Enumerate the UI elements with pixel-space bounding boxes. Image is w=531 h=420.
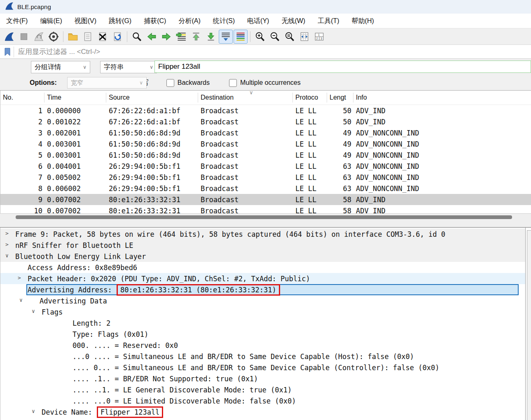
detail-tree-row[interactable]: ∨Device Name: Flipper 123all xyxy=(0,406,525,418)
find-packet-icon[interactable] xyxy=(130,30,144,44)
column-header-lengt[interactable]: Lengt xyxy=(327,93,353,103)
search-area-select[interactable]: 分组详情 ∨ xyxy=(31,61,90,73)
detail-tree-row[interactable]: Length: 15 xyxy=(0,418,525,420)
detail-field-text: Device Name: Flipper 123all xyxy=(42,406,163,418)
auto-scroll-icon[interactable] xyxy=(219,30,233,44)
start-capture-icon[interactable] xyxy=(2,30,16,44)
packet-row[interactable]: 30.00200161:50:50:d6:8d:9dBroadcastLE LL… xyxy=(0,127,531,138)
width-option-select[interactable]: 宽窄 ∨ xyxy=(67,77,147,89)
go-forward-icon[interactable] xyxy=(159,30,173,44)
menu-item[interactable]: 电话(Y) xyxy=(241,14,275,28)
close-file-icon[interactable] xyxy=(96,30,110,44)
detail-tree-row[interactable]: >Frame 9: Packet, 58 bytes on wire (464 … xyxy=(0,229,525,240)
collapse-icon[interactable]: ∨ xyxy=(32,408,35,414)
detail-field-text: Access Address: 0x8e89bed6 xyxy=(28,262,137,273)
column-header-no[interactable]: No. xyxy=(0,93,44,103)
packet-cell: Broadcast xyxy=(198,107,293,115)
packet-cell: 63 xyxy=(327,184,353,193)
detail-tree-row[interactable]: .... ...0 = LE Limited Discoverable Mode… xyxy=(0,395,525,406)
detail-tree-row[interactable]: .... ..1. = LE General Discoverable Mode… xyxy=(0,384,525,395)
column-header-destination[interactable]: Destination xyxy=(198,93,293,103)
menu-item[interactable]: 分析(A) xyxy=(172,14,206,28)
packet-row[interactable]: 60.00400126:29:94:00:5b:f1BroadcastLE LL… xyxy=(0,161,531,172)
detail-tree-row[interactable]: .... .1.. = BR/EDR Not Supported: true (… xyxy=(0,373,525,384)
detail-tree-row[interactable]: 000. .... = Reserved: 0x0 xyxy=(0,340,525,351)
go-back-icon[interactable] xyxy=(145,30,159,44)
find-query-input[interactable] xyxy=(154,61,531,73)
bookmark-icon[interactable] xyxy=(1,47,14,57)
layout-chooser-icon[interactable]: 123 xyxy=(312,30,326,44)
detail-tree-row[interactable]: ∨Advertising Data xyxy=(0,295,525,306)
packet-list-rows: 10.00000067:26:22:6d:a1:bfBroadcastLE LL… xyxy=(0,105,531,213)
detail-tree-row[interactable]: Type: Flags (0x01) xyxy=(0,329,525,340)
menu-item[interactable]: 统计(S) xyxy=(207,14,241,28)
menu-bar: 文件(F)编辑(E)视图(V)跳转(G)捕获(C)分析(A)统计(S)电话(Y)… xyxy=(0,14,531,28)
detail-tree-row[interactable]: Length: 2 xyxy=(0,317,525,329)
packet-row[interactable]: 70.00500226:29:94:00:5b:f1BroadcastLE LL… xyxy=(0,172,531,183)
menu-item[interactable]: 视图(V) xyxy=(68,14,103,28)
detail-tree-row[interactable]: Advertising Address: 80:e1:26:33:32:31 (… xyxy=(0,284,525,295)
restart-capture-icon[interactable] xyxy=(32,30,46,44)
detail-field-text: nRF Sniffer for Bluetooth LE xyxy=(15,240,133,251)
save-file-icon[interactable] xyxy=(81,30,95,44)
horizontal-scrollbar[interactable] xyxy=(0,213,531,227)
packet-row[interactable]: 90.00700280:e1:26:33:32:31BroadcastLE LL… xyxy=(0,194,531,205)
column-header-info[interactable]: Info xyxy=(353,93,531,103)
resize-columns-icon[interactable] xyxy=(297,30,311,44)
menu-item[interactable]: 文件(F) xyxy=(0,14,34,28)
detail-tree-row[interactable]: >nRF Sniffer for Bluetooth LE xyxy=(0,240,525,251)
colorize-packets-icon[interactable] xyxy=(234,30,248,44)
zoom-in-icon[interactable] xyxy=(253,30,267,44)
window-title: BLE.pcapng xyxy=(17,3,51,10)
packet-row[interactable]: 100.00700280:e1:26:33:32:31BroadcastLE L… xyxy=(0,205,531,213)
detail-tree-row[interactable]: Access Address: 0x8e89bed6 xyxy=(0,262,525,273)
expand-icon[interactable]: > xyxy=(18,275,21,281)
menu-item[interactable]: 工具(T) xyxy=(311,14,345,28)
packet-cell: Broadcast xyxy=(198,118,293,126)
vertical-scrollbar[interactable] xyxy=(527,230,531,420)
go-last-packet-icon[interactable] xyxy=(204,30,218,44)
column-header-time[interactable]: Time xyxy=(44,93,106,103)
zoom-reset-icon[interactable] xyxy=(283,30,297,44)
detail-tree-row[interactable]: .... 0... = Simultaneous LE and BR/EDR t… xyxy=(0,362,525,373)
packet-row[interactable]: 40.00300161:50:50:d6:8d:9dBroadcastLE LL… xyxy=(0,138,531,149)
horizontal-scrollbar-thumb[interactable] xyxy=(16,215,512,219)
packet-cell: 58 xyxy=(327,207,353,214)
packet-cell: Broadcast xyxy=(198,184,293,193)
detail-field-text: Packet Header: 0x2020 (PDU Type: ADV_IND… xyxy=(28,273,310,284)
menu-item[interactable]: 帮助(H) xyxy=(346,14,380,28)
display-filter-input[interactable] xyxy=(14,46,531,58)
menu-item[interactable]: 跳转(G) xyxy=(103,14,138,28)
detail-tree-row[interactable]: ∨Flags xyxy=(0,306,525,317)
menu-item[interactable]: 无线(W) xyxy=(275,14,311,28)
collapse-icon[interactable]: ∨ xyxy=(19,297,23,303)
reload-file-icon[interactable] xyxy=(110,30,124,44)
expand-icon[interactable]: > xyxy=(5,241,9,247)
column-header-protoco[interactable]: Protoco xyxy=(293,93,327,103)
expand-icon[interactable]: > xyxy=(5,230,9,236)
char-encoding-select[interactable]: 字符串 ∨ xyxy=(100,61,157,73)
packet-row[interactable]: 50.00300161:50:50:d6:8d:9dBroadcastLE LL… xyxy=(0,149,531,161)
backwards-label: Backwards xyxy=(178,79,210,86)
packet-row[interactable]: 20.00102267:26:22:6d:a1:bfBroadcastLE LL… xyxy=(0,116,531,127)
capture-options-icon[interactable] xyxy=(47,30,61,44)
collapse-icon[interactable]: ∨ xyxy=(5,252,9,259)
detail-tree-row[interactable]: ∨Bluetooth Low Energy Link Layer xyxy=(0,251,525,262)
go-first-packet-icon[interactable] xyxy=(189,30,203,44)
packet-row[interactable]: 10.00000067:26:22:6d:a1:bfBroadcastLE LL… xyxy=(0,105,531,116)
packet-cell: ADV_IND xyxy=(353,107,531,115)
detail-tree-row[interactable]: >Packet Header: 0x2020 (PDU Type: ADV_IN… xyxy=(0,273,525,284)
go-to-packet-icon[interactable] xyxy=(174,30,188,44)
collapse-icon[interactable]: ∨ xyxy=(32,308,35,314)
menu-item[interactable]: 编辑(E) xyxy=(34,14,68,28)
multiple-occurrences-checkbox[interactable]: Multiple occurrences xyxy=(229,79,301,87)
menu-item[interactable]: 捕获(C) xyxy=(138,14,172,28)
open-file-icon[interactable] xyxy=(66,30,80,44)
column-header-source[interactable]: Source xyxy=(106,93,198,103)
packet-cell: ADV_IND xyxy=(353,118,531,126)
zoom-out-icon[interactable] xyxy=(268,30,282,44)
backwards-checkbox[interactable]: Backwards xyxy=(166,79,210,87)
stop-capture-icon[interactable] xyxy=(17,30,31,44)
packet-row[interactable]: 80.00600226:29:94:00:5b:f1BroadcastLE LL… xyxy=(0,183,531,194)
detail-tree-row[interactable]: ...0 .... = Simultaneous LE and BR/EDR t… xyxy=(0,351,525,362)
